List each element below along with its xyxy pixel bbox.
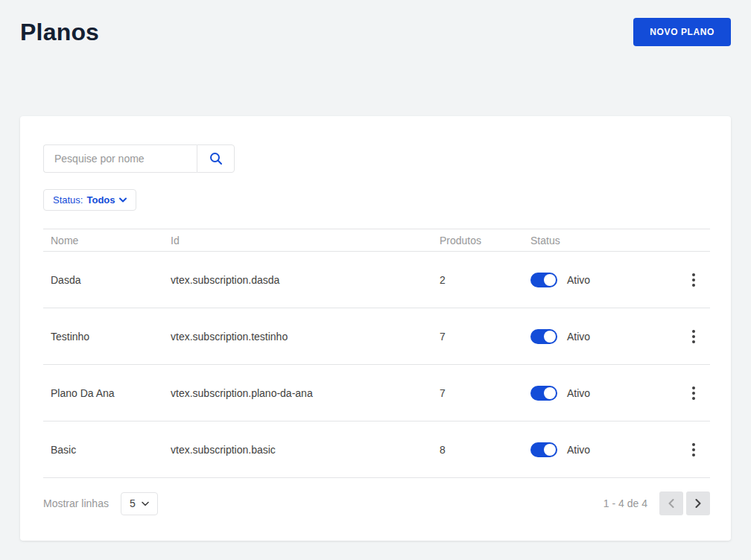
- plan-status-cell: Ativo: [530, 386, 677, 401]
- page-range-text: 1 - 4 de 4: [603, 497, 647, 509]
- rows-per-page-select[interactable]: 5: [121, 492, 158, 515]
- plan-products-count: 7: [440, 387, 530, 399]
- plan-actions-cell: [677, 325, 710, 348]
- kebab-menu-icon[interactable]: [688, 325, 700, 348]
- planos-page: Planos NOVO PLANO Status: Todos: [0, 0, 751, 559]
- toggle-knob: [544, 444, 556, 456]
- plan-id: vtex.subscription.basic: [171, 444, 440, 456]
- plan-status-cell: Ativo: [530, 442, 677, 457]
- plan-name: Dasda: [43, 274, 171, 286]
- status-text: Ativo: [567, 331, 590, 343]
- kebab-menu-icon[interactable]: [688, 439, 700, 461]
- plan-products-count: 2: [440, 274, 530, 286]
- status-filter-label: Status:: [53, 194, 83, 206]
- next-page-button[interactable]: [686, 491, 710, 515]
- status-toggle[interactable]: [530, 273, 557, 287]
- plan-id: vtex.subscription.testinho: [171, 331, 440, 343]
- table-row[interactable]: Dasda vtex.subscription.dasda 2 Ativo: [43, 252, 710, 308]
- plan-name: Plano Da Ana: [43, 387, 171, 399]
- plan-status-cell: Ativo: [530, 329, 677, 344]
- search-button[interactable]: [197, 144, 235, 173]
- search-icon: [209, 152, 223, 165]
- plan-name: Basic: [43, 444, 171, 456]
- kebab-menu-icon[interactable]: [688, 382, 700, 404]
- plan-status-cell: Ativo: [530, 273, 677, 287]
- chevron-left-icon: [668, 499, 674, 508]
- status-text: Ativo: [567, 387, 590, 399]
- chevron-right-icon: [695, 499, 701, 508]
- plans-table: Nome Id Produtos Status Dasda vtex.subsc…: [43, 229, 710, 478]
- toggle-knob: [544, 387, 556, 399]
- chevron-down-icon: [142, 501, 149, 506]
- col-header-status: Status: [530, 235, 677, 246]
- rows-per-page-value: 5: [130, 497, 136, 509]
- rows-per-page-control: Mostrar linhas 5: [43, 492, 158, 515]
- page-header: Planos NOVO PLANO: [20, 18, 731, 46]
- kebab-menu-icon[interactable]: [688, 269, 700, 291]
- rows-per-page-label: Mostrar linhas: [43, 497, 109, 509]
- status-text: Ativo: [567, 444, 590, 456]
- plan-id: vtex.subscription.dasda: [171, 274, 440, 286]
- prev-page-button[interactable]: [659, 491, 683, 515]
- plan-actions-cell: [677, 382, 710, 404]
- table-header-row: Nome Id Produtos Status: [43, 229, 710, 252]
- col-header-produtos: Produtos: [440, 235, 530, 246]
- table-footer: Mostrar linhas 5 1 - 4 de 4: [43, 491, 710, 515]
- plans-card: Status: Todos Nome Id Produtos Status Da…: [20, 116, 731, 541]
- plan-products-count: 7: [440, 331, 530, 343]
- status-filter-value: Todos: [86, 194, 115, 206]
- col-header-id: Id: [171, 235, 440, 246]
- col-header-nome: Nome: [43, 235, 171, 246]
- search-input[interactable]: [43, 144, 197, 173]
- status-text: Ativo: [567, 274, 590, 286]
- plan-products-count: 8: [440, 444, 530, 456]
- plan-name: Testinho: [43, 331, 171, 343]
- pagination: 1 - 4 de 4: [603, 491, 710, 515]
- pager-buttons: [659, 491, 710, 515]
- page-title: Planos: [20, 19, 99, 46]
- plan-id: vtex.subscription.plano-da-ana: [171, 387, 440, 399]
- table-row[interactable]: Plano Da Ana vtex.subscription.plano-da-…: [43, 365, 710, 421]
- plan-actions-cell: [677, 439, 710, 461]
- table-row[interactable]: Basic vtex.subscription.basic 8 Ativo: [43, 421, 710, 478]
- status-toggle[interactable]: [530, 329, 557, 344]
- status-toggle[interactable]: [530, 386, 557, 401]
- status-filter-chip[interactable]: Status: Todos: [43, 189, 136, 211]
- toggle-knob: [544, 274, 556, 286]
- search-row: [43, 144, 710, 173]
- chevron-down-icon: [119, 197, 127, 203]
- novo-plano-button[interactable]: NOVO PLANO: [633, 18, 731, 46]
- filter-row: Status: Todos: [43, 189, 710, 211]
- status-toggle[interactable]: [530, 442, 557, 457]
- toggle-knob: [544, 331, 556, 343]
- plan-actions-cell: [677, 269, 710, 291]
- table-row[interactable]: Testinho vtex.subscription.testinho 7 At…: [43, 308, 710, 365]
